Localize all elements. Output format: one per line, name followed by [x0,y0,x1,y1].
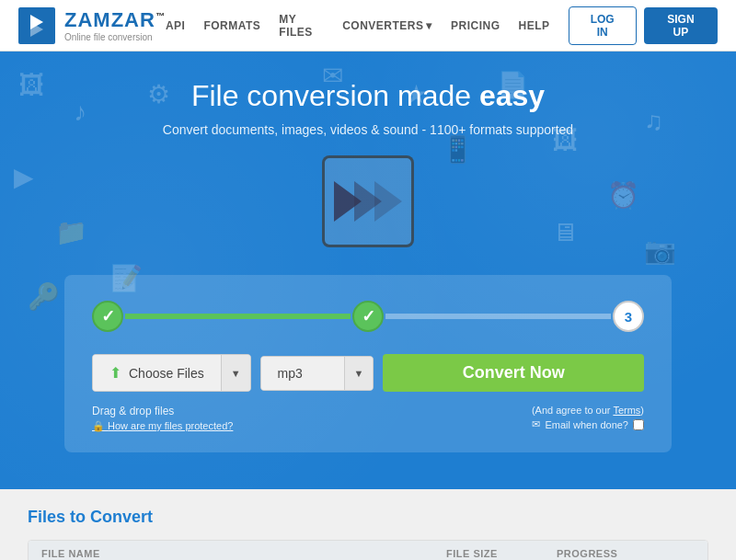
format-dropdown-button[interactable]: ▼ [344,357,374,390]
navbar: ZAMZAR™ Online file conversion API FORMA… [0,0,736,51]
lock-icon: 🔒 [92,420,105,431]
col-header-filesize: FILE SIZE [446,548,557,559]
files-section: Files to Convert FILE NAME FILE SIZE PRO… [0,489,736,560]
hero-title: File conversion made easy [191,79,545,113]
play-arrow-3 [374,181,402,222]
nav-converters[interactable]: CONVERTERS ▾ [342,19,432,32]
files-title: Files to Convert [28,508,708,527]
format-select-group: mp3 ▼ [260,356,374,391]
step-1-check: ✓ [101,306,115,326]
email-label: Email when done? [545,419,628,430]
terms-link[interactable]: Terms [613,405,640,416]
hero-subtitle: Convert documents, images, videos & soun… [163,122,573,137]
step-1-circle: ✓ [92,301,123,332]
converters-chevron-icon: ▾ [426,19,432,32]
deco-phone-icon: 📱 [442,134,474,165]
converter-meta: Drag & drop files 🔒 How are my files pro… [92,405,644,432]
nav-my-files[interactable]: MY FILES [279,13,324,39]
format-chevron-icon: ▼ [354,368,364,379]
col-header-filename: FILE NAME [41,548,446,559]
step-line-1 [125,314,351,319]
step-2-circle: ✓ [352,301,384,332]
logo-text: ZAMZAR™ Online file conversion [64,8,166,42]
deco-note-icon: ♫ [644,107,663,136]
nav-formats[interactable]: FORMATS [203,19,260,32]
files-table-header: FILE NAME FILE SIZE PROGRESS [29,541,707,560]
deco-jpg-icon: 🖼 [18,70,44,100]
deco-video-icon: ▶ [14,162,34,192]
step-line-2 [385,314,611,319]
step-3-label: 3 [625,309,632,325]
deco-camera-icon: 📷 [644,235,676,266]
progress-steps: ✓ ✓ 3 [92,301,644,332]
convert-now-button[interactable]: Convert Now [383,354,644,392]
deco-key-icon: 🔑 [28,281,60,312]
hero-play-icon [322,155,414,247]
hero-section: 🖼 ♪ ▶ ⚙ 📁 🖼 📄 ⏰ 🖥 ♫ 🔑 📷 ✉ ★ 📝 📱 File con… [0,51,736,489]
choose-files-button-group: ⬆ Choose Files ▼ [92,354,251,392]
meta-left: Drag & drop files 🔒 How are my files pro… [92,405,233,432]
brand-name: ZAMZAR™ [64,8,166,32]
col-header-action [667,548,695,559]
deco-music-icon: ♪ [74,97,86,127]
deco-gear-icon: ⚙ [147,79,170,109]
upload-icon: ⬆ [109,364,121,382]
email-icon: ✉ [532,418,540,430]
choose-files-chevron-icon: ▼ [231,368,241,379]
deco-monitor-icon: 🖥 [552,217,578,247]
choose-files-dropdown-button[interactable]: ▼ [221,355,250,391]
login-button[interactable]: LOG IN [569,6,637,45]
drag-drop-text: Drag & drop files [92,405,233,417]
converter-box: ✓ ✓ 3 ⬆ Choose Files ▼ [64,275,672,452]
step-3-circle: 3 [613,301,644,332]
step-2-check: ✓ [362,306,375,326]
nav-api[interactable]: API [166,19,186,32]
logo-arrow-icon2 [30,22,43,37]
email-checkbox[interactable] [633,419,644,430]
deco-clock-icon: ⏰ [607,180,639,211]
play-arrows [334,181,402,222]
terms-text: (And agree to our Terms) [532,405,644,416]
logo-icon [18,7,55,44]
col-header-progress: PROGRESS [557,548,667,559]
nav-help[interactable]: HELP [518,19,549,32]
meta-right: (And agree to our Terms) ✉ Email when do… [532,405,644,432]
nav-pricing[interactable]: PRICING [451,19,500,32]
converter-controls: ⬆ Choose Files ▼ mp3 ▼ Convert Now [92,354,644,392]
brand-subtitle: Online file conversion [64,32,166,42]
email-row: ✉ Email when done? [532,418,644,430]
format-display: mp3 [261,357,344,390]
protection-link[interactable]: 🔒 How are my files protected? [92,420,233,432]
deco-folder-icon: 📁 [55,217,87,247]
choose-files-button[interactable]: ⬆ Choose Files [93,355,221,391]
choose-files-label: Choose Files [129,366,204,381]
logo-area: ZAMZAR™ Online file conversion [18,7,166,44]
signup-button[interactable]: SIGN UP [644,7,718,44]
nav-links: API FORMATS MY FILES CONVERTERS ▾ PRICIN… [166,13,550,39]
files-table: FILE NAME FILE SIZE PROGRESS flipped vid… [28,540,708,560]
